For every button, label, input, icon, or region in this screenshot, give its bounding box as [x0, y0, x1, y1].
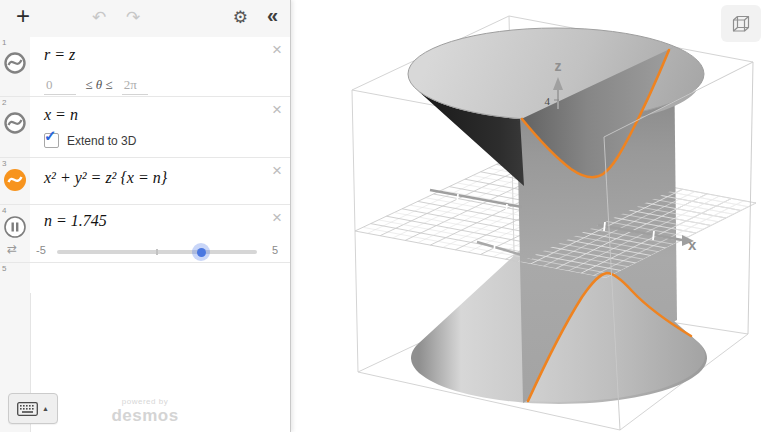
expressions-panel: + ↶ ↷ ⚙ « 1 r = z 0 [0, 0, 291, 432]
row-number: 1 [2, 38, 6, 47]
x-axis-tick-gap [506, 204, 507, 212]
row-number: 2 [2, 98, 6, 107]
row-number: 4 [2, 206, 6, 215]
settings-gear-icon[interactable]: ⚙ [233, 7, 248, 28]
slider-min-label: -5 [36, 244, 46, 256]
x-axis-tick-gap [457, 194, 458, 202]
x-axis-tick-gap [653, 231, 654, 240]
x-axis-label: x [688, 236, 697, 253]
expression-input[interactable]: x² + y² = z² {x = n} [30, 158, 290, 187]
checkmark-icon: ✓ [44, 127, 57, 145]
row-2-gutter: 2 [0, 97, 30, 157]
delete-expression-button[interactable]: × [272, 209, 282, 226]
desmos-branding: powered by desmos [0, 398, 290, 424]
theta-domain-row: 0 ≤ θ ≤ 2π [44, 77, 148, 95]
row-5-gutter: 5 [0, 263, 30, 293]
expression-curve-icon-active[interactable] [3, 168, 27, 192]
slider-zero-tick [156, 249, 158, 255]
expressions-toolbar: + ↶ ↷ ⚙ « [0, 0, 290, 38]
row-4-gutter: 4 ⇄ [0, 205, 30, 262]
desmos-wordmark: desmos [0, 407, 290, 424]
row-2-content: x = n ✓ Extend to 3D × [30, 97, 290, 157]
slider-loop-icon[interactable]: ⇄ [7, 242, 17, 256]
domain-min-field[interactable]: 0 [44, 77, 76, 95]
expression-curve-icon[interactable] [3, 51, 27, 75]
delete-expression-button[interactable]: × [272, 41, 282, 58]
row-5-content [30, 263, 290, 293]
redo-icon[interactable]: ↷ [126, 7, 140, 28]
graph-3d-viewport[interactable]: z 4 x [291, 0, 768, 432]
expression-row-3[interactable]: 3 x² + y² = z² {x = n} × [0, 158, 290, 205]
x-axis-tick-gap [604, 222, 605, 231]
graph-3d-scene: z 4 x [291, 0, 768, 432]
collapse-panel-icon[interactable]: « [267, 4, 278, 27]
expression-row-5-empty[interactable]: 5 [0, 263, 290, 293]
desmos-3d-app: + ↶ ↷ ⚙ « 1 r = z 0 [0, 0, 768, 432]
expression-row-1[interactable]: 1 r = z 0 ≤ θ ≤ 2π × [0, 37, 290, 97]
slider-track[interactable] [57, 250, 257, 254]
domain-inequality-text: ≤ θ ≤ [85, 77, 112, 92]
slider-max-label: 5 [272, 244, 278, 256]
extend-3d-checkbox[interactable]: ✓ [44, 133, 59, 148]
row-3-gutter: 3 [0, 158, 30, 204]
expression-row-2[interactable]: 2 x = n ✓ Extend to 3D × [0, 97, 290, 158]
delete-expression-button[interactable]: × [272, 101, 282, 118]
expression-row-4[interactable]: 4 ⇄ n = 1.745 -5 [0, 205, 290, 263]
expression-input[interactable]: x = n [30, 97, 290, 124]
row-1-gutter: 1 [0, 37, 30, 96]
slider-row: -5 5 [30, 241, 290, 261]
row-4-content: n = 1.745 -5 5 × [30, 205, 290, 262]
expression-input[interactable]: r = z [30, 37, 290, 64]
reset-3d-view-button[interactable] [721, 5, 761, 42]
slider-value-expression[interactable]: n = 1.745 [30, 205, 290, 230]
y-axis-tick-gap [494, 243, 495, 251]
undo-icon[interactable]: ↶ [92, 7, 106, 28]
row-number: 5 [2, 264, 6, 273]
expression-curve-icon[interactable] [3, 111, 27, 135]
checkbox-label: Extend to 3D [67, 134, 136, 148]
row-3-content: x² + y² = z² {x = n} × [30, 158, 290, 204]
domain-max-field[interactable]: 2π [122, 77, 148, 95]
delete-expression-button[interactable]: × [272, 162, 282, 179]
row-1-content: r = z 0 ≤ θ ≤ 2π × [30, 37, 290, 96]
add-expression-button[interactable]: + [10, 2, 36, 30]
row-number: 3 [2, 159, 6, 168]
z-axis-label: z [555, 58, 562, 74]
cube-icon [730, 13, 752, 35]
slider-pause-button[interactable] [3, 215, 27, 239]
expression-list: 1 r = z 0 ≤ θ ≤ 2π × [0, 37, 290, 293]
z-tick-label-4: 4 [545, 95, 551, 107]
powered-by-text: powered by [0, 398, 290, 406]
slider-handle[interactable] [192, 243, 210, 261]
extend-to-3d-option[interactable]: ✓ Extend to 3D [44, 133, 136, 148]
